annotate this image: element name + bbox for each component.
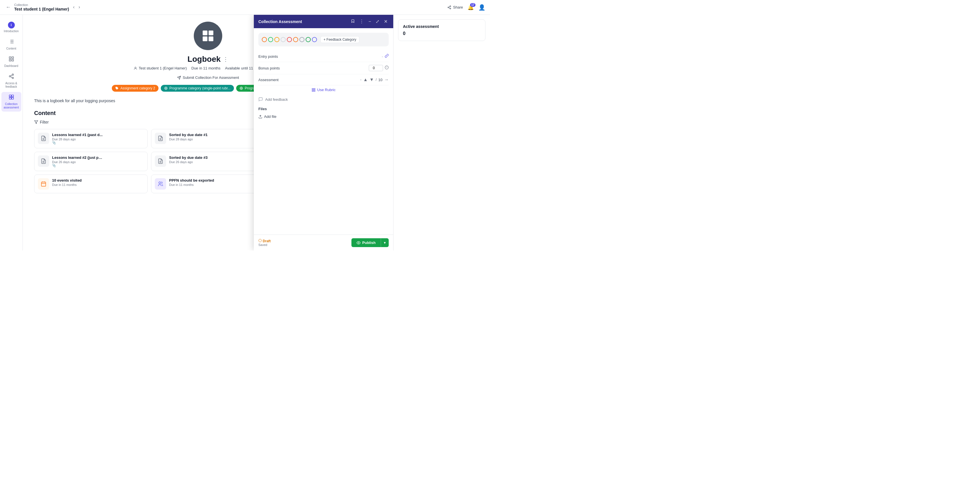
panel-more-button[interactable]: ⋮	[358, 18, 365, 25]
card-info-2: Sorted by due date #1 Due 28 days ago	[169, 132, 261, 141]
sidebar: i Introduction Content Dashboard Access …	[0, 15, 23, 250]
publish-dropdown-button[interactable]: ▾	[381, 238, 389, 247]
share-button[interactable]: Share	[447, 5, 463, 10]
panel-expand-button[interactable]: ⤢	[374, 18, 380, 25]
portfolio-menu-button[interactable]: ⋮	[223, 56, 229, 62]
draft-icon	[258, 239, 262, 242]
entry-points-link-button[interactable]	[385, 54, 389, 59]
notification-button[interactable]: 🔔 17	[468, 4, 474, 11]
dashboard-icon	[8, 56, 14, 63]
feedback-circle-4	[280, 37, 286, 42]
doc-icon-2	[158, 136, 163, 141]
breadcrumb-title: Test student 1 (Engel Hamer)	[14, 7, 69, 12]
card-date-7: Due in 11 months	[52, 183, 144, 187]
add-file-button[interactable]: Add file	[258, 113, 276, 120]
svg-rect-14	[12, 59, 13, 61]
svg-point-34	[240, 88, 242, 89]
panel-close-button[interactable]: ✕	[383, 18, 389, 25]
card-info-8: PPFN should be exported Due in 11 months	[169, 178, 261, 187]
card-title-7: 10 events visited	[52, 178, 103, 182]
assessment-arrow-button[interactable]: →	[384, 77, 389, 82]
content-card-8[interactable]: PPFN should be exported Due in 11 months	[151, 174, 265, 193]
svg-point-1	[448, 7, 449, 8]
portfolio-due-date: in 11 months	[199, 66, 220, 70]
back-button[interactable]: ←	[5, 3, 12, 11]
content-card-4[interactable]: Lessons learned #2 (just pa... Due 26 da…	[34, 152, 148, 171]
use-rubric-button[interactable]: Use Rubric	[258, 85, 389, 94]
top-bar-right: Share 🔔 17 👤	[447, 4, 485, 11]
entry-points-label: Entry points	[258, 54, 278, 59]
svg-point-2	[450, 8, 451, 9]
content-card-5[interactable]: Sorted by due date #3 Due 26 days ago	[151, 152, 265, 171]
nav-arrows: ‹ ›	[72, 4, 82, 10]
portfolio-avatar	[194, 22, 222, 50]
portfolio-due-label: Due	[191, 66, 198, 70]
content-card-1[interactable]: Lessons learned #1 (past d... Due 28 day…	[34, 129, 148, 148]
prev-button[interactable]: ‹	[72, 4, 76, 10]
svg-rect-12	[12, 57, 13, 59]
card-title-4: Lessons learned #2 (just pa...	[52, 155, 103, 160]
sidebar-item-dashboard[interactable]: Dashboard	[2, 54, 21, 70]
feedback-circle-8	[305, 37, 311, 42]
group-icon	[158, 181, 163, 187]
submit-collection-button[interactable]: Submit Collection For Assessment	[173, 74, 242, 81]
svg-rect-13	[9, 59, 11, 61]
panel-minimize-button[interactable]: −	[368, 19, 372, 25]
list-icon	[8, 39, 14, 46]
submit-icon	[177, 76, 181, 80]
content-area: Logboek ⋮ Test student 1 (Engel Hamer) D…	[23, 15, 393, 250]
assessment-up-button[interactable]: ▲	[363, 77, 368, 82]
content-card-2[interactable]: Sorted by due date #1 Due 28 days ago	[151, 129, 265, 148]
assessment-down-button[interactable]: ▼	[369, 77, 374, 82]
sidebar-item-collection-assessment[interactable]: Collection assessment	[2, 92, 21, 112]
entry-points-value: -	[382, 54, 389, 59]
bonus-points-input[interactable]	[369, 65, 383, 71]
notification-badge: 17	[470, 3, 476, 7]
doc-icon-5	[158, 158, 163, 164]
add-feedback-row[interactable]: Add feedback	[258, 94, 389, 104]
portfolio-due: Due in 11 months	[191, 66, 221, 70]
svg-rect-56	[314, 90, 315, 91]
sidebar-item-introduction[interactable]: i Introduction	[2, 19, 21, 35]
svg-point-17	[12, 77, 13, 78]
svg-point-15	[12, 74, 13, 75]
svg-rect-53	[312, 88, 313, 89]
add-feedback-category-button[interactable]: + Feedback Category	[320, 36, 360, 43]
add-file-label: Add file	[264, 115, 276, 119]
card-date-5: Due 26 days ago	[169, 160, 261, 164]
card-icon-7	[38, 178, 49, 190]
add-feedback-category-label: + Feedback Category	[323, 38, 356, 41]
svg-rect-21	[11, 95, 13, 97]
upload-icon	[258, 115, 262, 119]
svg-point-16	[9, 76, 11, 77]
use-rubric-label: Use Rubric	[317, 88, 336, 92]
user-button[interactable]: 👤	[478, 4, 485, 11]
panel-header: Collection Assessment ⋮ − ⤢ ✕	[254, 15, 393, 28]
content-card-7[interactable]: 10 events visited Due in 11 months	[34, 174, 148, 193]
right-panel: Active assessment 0	[393, 15, 490, 250]
top-bar: ← Collection Test student 1 (Engel Hamer…	[0, 0, 490, 15]
bonus-info-button[interactable]	[385, 65, 389, 70]
assessment-score: - ▲ ▼ / 10 →	[360, 77, 389, 82]
svg-line-18	[11, 77, 12, 77]
panel-bookmark-button[interactable]	[350, 19, 356, 25]
sidebar-item-access-feedback[interactable]: Access & feedback	[2, 71, 21, 91]
portfolio-user-name: Test student 1 (Engel Hamer)	[138, 66, 187, 70]
card-title-1: Lessons learned #1 (past d...	[52, 132, 103, 137]
assessment-max: 10	[379, 78, 382, 82]
card-date-4: Due 26 days ago	[52, 160, 144, 164]
svg-rect-11	[9, 57, 11, 59]
bonus-points-value	[369, 65, 389, 71]
portfolio-available-label: Available	[225, 66, 240, 70]
tag-programme-category: Programme category (single-point rubr...	[161, 85, 234, 92]
user-meta-icon	[134, 66, 137, 70]
doc-icon-4	[41, 158, 46, 164]
portfolio-title: Logboek	[188, 55, 221, 64]
feedback-circle-7	[299, 37, 304, 42]
target-icon	[164, 86, 168, 90]
sidebar-item-content[interactable]: Content	[2, 37, 21, 53]
breadcrumb-collection: Collection	[14, 3, 69, 7]
tag-icon	[115, 86, 119, 90]
next-button[interactable]: ›	[77, 4, 82, 10]
publish-button[interactable]: Publish	[352, 238, 381, 247]
